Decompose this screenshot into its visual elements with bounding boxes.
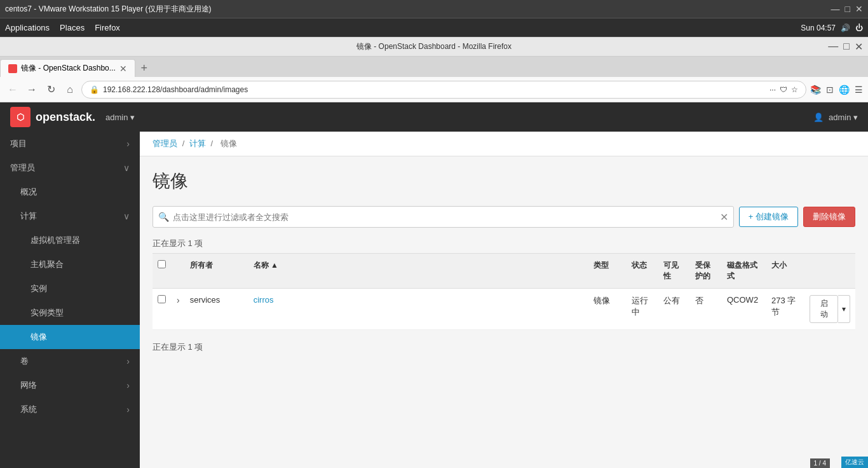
breadcrumb-sep2: /	[210, 139, 215, 148]
close-btn[interactable]: ✕	[855, 4, 863, 14]
sidebar-item-admin[interactable]: 管理员 ∨	[0, 156, 140, 180]
row-format: QCOW2	[722, 289, 766, 330]
main-content: 管理员 / 计算 / 镜像 镜像 🔍 ✕ + 创建镜像 删除镜像 正在显示 1 …	[140, 132, 868, 468]
clock: Sun 04:57	[801, 24, 836, 32]
shield-icon: 🛡	[780, 85, 787, 94]
sidebar: 项目 › 管理员 ∨ 概况 计算 ∨ 虚拟机管理器 主机聚合 实例 实例类型 镜…	[0, 132, 140, 468]
row-visibility: 公有	[658, 289, 690, 330]
applications-menu[interactable]: Applications	[5, 23, 50, 32]
row-size: 273 字节	[766, 289, 804, 330]
tab-title: 镜像 - OpenStack Dashbo...	[21, 63, 116, 74]
tab-favicon	[8, 64, 17, 73]
home-btn[interactable]: ⌂	[62, 84, 78, 95]
row-expand-btn[interactable]: ›	[177, 295, 180, 305]
openstack-logo-icon: ⬡	[10, 107, 31, 127]
images-table: 所有者 名称 ▲ 类型 状态 可见性 受保护的 磁盘格式式 大小	[153, 253, 855, 330]
sidebar-item-instance-types[interactable]: 实例类型	[0, 301, 140, 325]
maximize-btn[interactable]: □	[845, 4, 850, 14]
browser-maximize-btn[interactable]: □	[843, 41, 850, 53]
th-protected: 受保护的	[690, 254, 722, 289]
table-row: › services cirros 镜像 运行中 公有 否 QCOW2 273 …	[153, 289, 855, 330]
search-clear-btn[interactable]: ✕	[720, 211, 728, 223]
os-topbar-left: centos7 - VMware Workstation 15 Player (…	[5, 4, 212, 15]
row-name: cirros	[248, 289, 588, 330]
sidebar-overview-label: 概况	[20, 186, 37, 198]
admin-user-label[interactable]: admin ▾	[829, 113, 858, 122]
forward-btn[interactable]: →	[24, 84, 39, 95]
header-right: 👤 admin ▾	[813, 113, 858, 122]
chevron-down-icon: ∨	[123, 163, 130, 173]
page-title: 镜像	[153, 169, 855, 193]
url-options-icon: ···	[770, 85, 776, 94]
tab-close-btn[interactable]: ✕	[119, 64, 127, 74]
th-owner: 所有者	[185, 254, 248, 289]
search-icon: 🔍	[158, 212, 169, 222]
gnome-taskbar: Applications Places Firefox Sun 04:57 🔊 …	[0, 18, 868, 37]
select-all-checkbox[interactable]	[158, 260, 166, 268]
row-checkbox[interactable]	[158, 295, 166, 303]
browser-minimize-btn[interactable]: —	[828, 41, 838, 53]
os-topbar-right: — □ ✕	[831, 4, 863, 14]
sidebar-vm-label: 虚拟机管理器	[31, 235, 80, 246]
back-btn[interactable]: ←	[5, 84, 20, 95]
breadcrumb-admin[interactable]: 管理员	[153, 139, 177, 148]
admin-menu[interactable]: admin ▾	[105, 113, 135, 122]
action-dropdown-btn[interactable]: ▾	[838, 295, 850, 323]
openstack-logo-text: openstack.	[36, 111, 95, 124]
os-title: centos7 - VMware Workstation 15 Player (…	[5, 4, 212, 15]
sidebar-volumes-label: 卷	[20, 355, 29, 367]
sidebar-item-vm-manager[interactable]: 虚拟机管理器	[0, 228, 140, 252]
active-tab[interactable]: 镜像 - OpenStack Dashbo... ✕	[0, 59, 135, 77]
browser-close-btn[interactable]: ✕	[855, 41, 863, 53]
sidebar-item-images[interactable]: 镜像	[0, 325, 140, 349]
create-image-btn[interactable]: + 创建镜像	[739, 207, 798, 227]
th-name[interactable]: 名称 ▲	[248, 254, 588, 289]
sidebar-item-host-aggregate[interactable]: 主机聚合	[0, 252, 140, 277]
browser-title: 镜像 - OpenStack Dashboard - Mozilla Firef…	[356, 41, 512, 52]
chevron-right-icon-volumes: ›	[126, 356, 130, 366]
firefox-menu[interactable]: Firefox	[95, 23, 120, 32]
row-owner: services	[185, 289, 248, 330]
action-group: 启动 ▾	[810, 295, 850, 323]
count-row-top: 正在显示 1 项	[140, 234, 868, 253]
launch-btn[interactable]: 启动	[810, 295, 838, 323]
sidebar-item-overview[interactable]: 概况	[0, 180, 140, 204]
os-topbar: centos7 - VMware Workstation 15 Player (…	[0, 0, 868, 18]
sidebar-project-label: 项目	[10, 138, 27, 149]
sidebar-item-network[interactable]: 网络 ›	[0, 373, 140, 397]
breadcrumb-compute[interactable]: 计算	[189, 139, 206, 148]
sidebar-compute-label: 计算	[20, 210, 37, 222]
volume-icon: 🔊	[841, 24, 850, 32]
search-input[interactable]	[173, 212, 716, 222]
sidebar-instances-label: 实例	[31, 283, 47, 294]
chevron-right-icon-system: ›	[126, 404, 130, 415]
sidebar-item-volumes[interactable]: 卷 ›	[0, 349, 140, 373]
sidebar-item-project[interactable]: 项目 ›	[0, 132, 140, 156]
sidebar-host-agg-label: 主机聚合	[31, 259, 64, 270]
count-row-bottom: 正在显示 1 项	[140, 338, 868, 357]
sidebar-item-compute[interactable]: 计算 ∨	[0, 204, 140, 228]
sidebar-item-instances[interactable]: 实例	[0, 277, 140, 301]
browser-window: 镜像 - OpenStack Dashboard - Mozilla Firef…	[0, 37, 868, 102]
row-checkbox-cell	[153, 289, 172, 330]
browser-titlebar-buttons: — □ ✕	[828, 41, 863, 53]
page-header: 镜像	[140, 156, 868, 200]
reload-btn[interactable]: ↻	[43, 83, 58, 95]
image-name-link[interactable]: cirros	[254, 295, 274, 305]
th-checkbox	[153, 254, 172, 289]
minimize-btn[interactable]: —	[831, 4, 840, 14]
sidebar-system-label: 系统	[20, 404, 37, 415]
th-expand	[172, 254, 185, 289]
url-bar[interactable]: 🔒 192.168.222.128/dashboard/admin/images…	[81, 81, 806, 99]
places-menu[interactable]: Places	[60, 23, 85, 32]
delete-image-btn[interactable]: 删除镜像	[803, 207, 855, 227]
sidebar-item-system[interactable]: 系统 ›	[0, 397, 140, 422]
new-tab-btn[interactable]: +	[135, 59, 153, 77]
menu-icon[interactable]: ☰	[855, 85, 863, 95]
th-visibility: 可见性	[658, 254, 690, 289]
search-box[interactable]: 🔍 ✕	[153, 206, 734, 228]
admin-menu-label: admin ▾	[105, 113, 135, 122]
power-icon: ⏻	[855, 24, 863, 32]
th-format: 磁盘格式式	[722, 254, 766, 289]
row-protected: 否	[690, 289, 722, 330]
